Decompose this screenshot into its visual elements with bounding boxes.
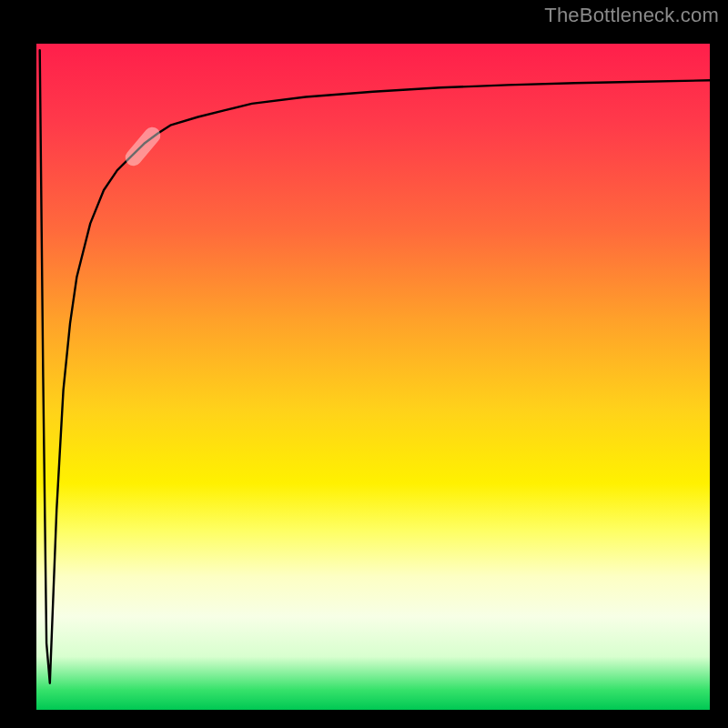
watermark-text: TheBottleneck.com (544, 4, 719, 27)
bottleneck-curve-path (40, 50, 710, 682)
chart-frame (18, 25, 710, 710)
curve-svg (36, 44, 710, 710)
plot-area (36, 44, 710, 710)
chart-root: TheBottleneck.com (0, 0, 728, 728)
